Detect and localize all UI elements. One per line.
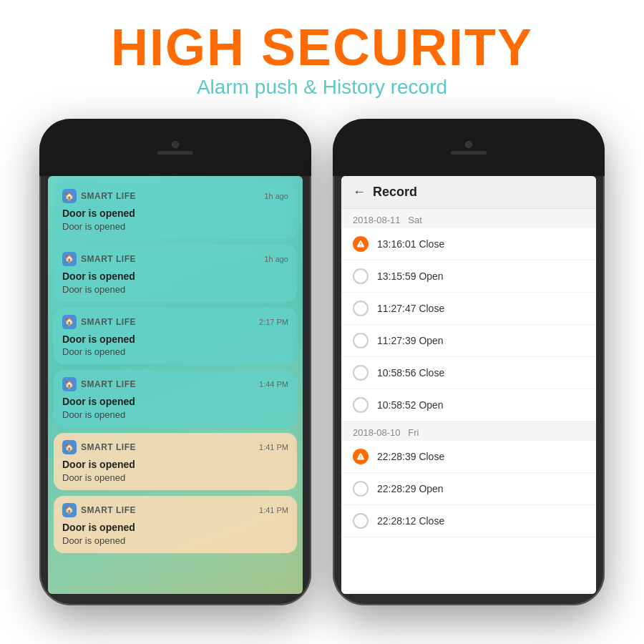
record-time-action-9: 22:28:12 Close [377,515,444,527]
app-name-2: SMART LIFE [81,254,136,264]
record-date-section-1: 2018-08-11 Sat [341,209,596,228]
record-dot-5 [353,365,369,381]
left-phone: 🏠 SMART LIFE 1h ago Door is opened Door … [39,119,311,605]
notification-card-4[interactable]: 🏠 SMART LIFE 1:44 PM Door is opened Door… [54,370,297,427]
record-dot-4 [353,333,369,348]
record-dot-9 [353,513,369,529]
record-time-action-7: 22:28:39 Close [377,451,444,462]
notif-body-2: Door is opened [62,284,288,295]
record-item-4: 11:27:39 Open [341,325,596,357]
notification-card-3[interactable]: 🏠 SMART LIFE 2:17 PM Door is opened Door… [54,308,297,365]
notif-time-5: 1:41 PM [259,443,288,452]
app-name-1: SMART LIFE [81,191,136,201]
section-date-1: 2018-08-11 [353,215,401,225]
record-header: ← Record [341,176,596,209]
back-arrow-icon[interactable]: ← [353,185,366,200]
app-icon-4: 🏠 [62,377,77,391]
right-phone-speaker [451,151,487,155]
record-screen: ← Record 2018-08-11 Sat [341,176,596,594]
record-item-7: 22:28:39 Close [341,441,596,473]
notif-body-1: Door is opened [62,221,288,232]
app-icon-5: 🏠 [62,440,77,454]
notif-title-2: Door is opened [62,270,288,283]
notification-card-5[interactable]: 🏠 SMART LIFE 1:41 PM Door is opened Door… [54,433,297,490]
record-screen-title: Record [373,185,417,200]
record-list: 2018-08-11 Sat 13:16:01 Close [341,209,596,594]
record-dot-2 [353,268,369,284]
notification-screen: 🏠 SMART LIFE 1h ago Door is opened Door … [48,176,303,594]
notif-title-6: Door is opened [62,522,288,534]
app-name-3: SMART LIFE [81,317,136,327]
notif-body-3: Door is opened [62,346,288,357]
app-icon-1: 🏠 [62,189,77,203]
record-time-action-8: 22:28:29 Open [377,483,444,494]
record-time-action-1: 13:16:01 Close [377,238,444,250]
notif-time-6: 1:41 PM [259,506,288,514]
app-icon-2: 🏠 [62,252,77,266]
alert-icon-1 [353,236,369,252]
notif-body-6: Door is opened [62,535,288,546]
notification-card-6[interactable]: 🏠 SMART LIFE 1:41 PM Door is opened Door… [54,496,297,553]
section-date-2: 2018-08-10 [353,427,401,438]
section-day-2: Fri [408,427,419,438]
notif-body-5: Door is opened [62,472,288,483]
notif-title-3: Door is opened [62,333,288,346]
record-item-6: 10:58:52 Open [341,389,596,421]
notif-time-3: 2:17 PM [259,318,288,326]
phone-speaker [157,151,193,155]
record-time-action-2: 13:15:59 Open [377,270,444,282]
section-day-1: Sat [408,215,422,225]
notif-title-1: Door is opened [62,208,288,220]
record-time-action-4: 11:27:39 Open [377,335,444,346]
notif-title-5: Door is opened [62,459,288,471]
front-camera [172,141,179,148]
notification-card-1[interactable]: 🏠 SMART LIFE 1h ago Door is opened Door … [54,182,297,239]
phone-top-bar [39,119,311,176]
record-time-action-5: 10:58:56 Close [377,367,444,379]
header: HIGH SECURITY Alarm push & History recor… [111,0,533,112]
record-item-2: 13:15:59 Open [341,260,596,293]
notif-title-4: Door is opened [62,396,288,408]
phones-container: 🏠 SMART LIFE 1h ago Door is opened Door … [0,112,644,605]
record-dot-8 [353,481,369,497]
app-name-6: SMART LIFE [81,505,136,515]
record-item-8: 22:28:29 Open [341,473,596,505]
record-dot-6 [353,397,369,413]
record-time-action-6: 10:58:52 Open [377,399,444,411]
record-time-action-3: 11:27:47 Close [377,303,444,314]
left-phone-screen: 🏠 SMART LIFE 1h ago Door is opened Door … [48,176,303,594]
notif-body-4: Door is opened [62,409,288,420]
main-subtitle: Alarm push & History record [111,76,533,99]
record-dot-3 [353,301,369,316]
right-phone: ← Record 2018-08-11 Sat [333,119,605,605]
right-phone-top-bar [333,119,605,176]
record-item-5: 10:58:56 Close [341,357,596,389]
notification-card-2[interactable]: 🏠 SMART LIFE 1h ago Door is opened Door … [54,245,297,302]
record-item-9: 22:28:12 Close [341,505,596,537]
record-item-1: 13:16:01 Close [341,228,596,260]
notif-time-2: 1h ago [264,255,288,263]
right-front-camera [465,141,472,148]
main-title: HIGH SECURITY [111,21,533,73]
app-icon-6: 🏠 [62,503,77,517]
notif-time-4: 1:44 PM [259,380,288,389]
notif-time-1: 1h ago [264,192,288,200]
alert-icon-2 [353,449,369,464]
right-phone-screen: ← Record 2018-08-11 Sat [341,176,596,594]
record-date-section-2: 2018-08-10 Fri [341,421,596,441]
app-name-5: SMART LIFE [81,442,136,452]
record-item-3: 11:27:47 Close [341,293,596,325]
app-name-4: SMART LIFE [81,379,136,389]
app-icon-3: 🏠 [62,315,77,329]
